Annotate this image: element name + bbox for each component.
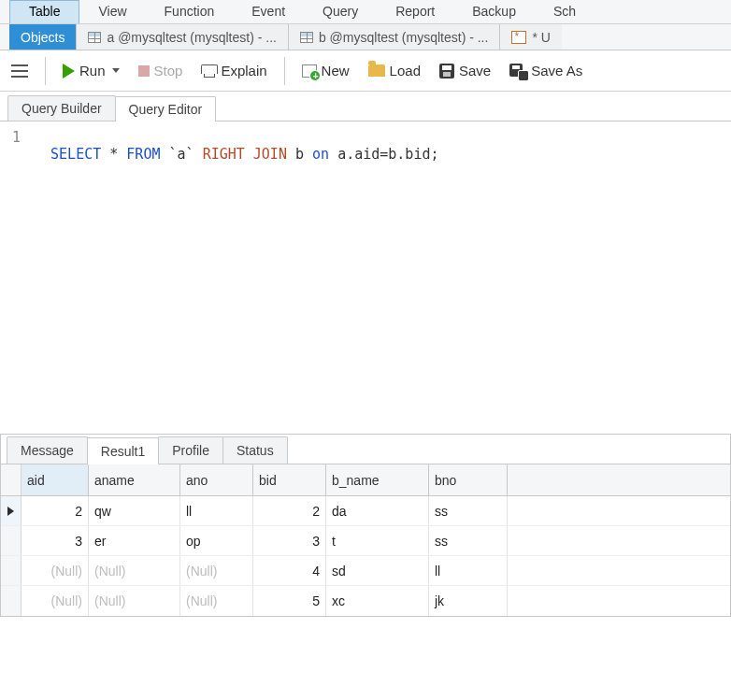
token-table-a: `a` [169,146,194,163]
cell-ano[interactable]: (Null) [180,586,253,616]
tab-profile[interactable]: Profile [158,436,223,464]
tab-query-editor[interactable]: Query Editor [115,96,217,121]
save-button[interactable]: Save [434,59,496,82]
cell-bno[interactable]: ss [429,496,508,525]
play-icon [63,64,75,79]
cell-aname[interactable]: (Null) [89,556,180,585]
token-condition: a.aid=b.bid; [337,146,438,163]
table-row[interactable]: (Null)(Null)(Null)5xcjk [1,586,730,616]
table-row[interactable]: (Null)(Null)(Null)4sdll [1,556,730,586]
tab-result1[interactable]: Result1 [87,437,159,464]
row-gutter [1,464,22,495]
table-icon [88,32,101,43]
cell-aname[interactable]: (Null) [89,586,180,616]
menu-item-view[interactable]: View [79,0,145,23]
cell-ano[interactable]: ll [180,496,253,525]
cell-bno[interactable]: ll [429,556,508,585]
new-button[interactable]: New [296,59,355,82]
column-header-aid[interactable]: aid [22,464,89,495]
result-grid[interactable]: aid aname ano bid b_name bno 2qwll2dass3… [0,464,731,617]
table-row[interactable]: 3erop3tss [1,526,730,556]
column-header-ano[interactable]: ano [180,464,253,495]
cell-b_name[interactable]: sd [326,556,429,585]
menu-item-schedule[interactable]: Sch [535,0,595,23]
chevron-down-icon[interactable] [112,68,120,73]
cell-aid[interactable]: 3 [22,526,89,555]
grid-header-row: aid aname ano bid b_name bno [1,464,730,496]
cell-aname[interactable]: qw [89,496,180,525]
cell-bid[interactable]: 2 [253,496,326,525]
cell-aname[interactable]: er [89,526,180,555]
save-as-icon [509,64,526,79]
token-star: * [109,146,118,163]
run-label: Run [79,63,106,79]
menu-item-function[interactable]: Function [146,0,234,23]
tab-table-b[interactable]: b @mysqltest (mysqltest) - ... [289,24,500,50]
object-tab-bar: Objects a @mysqltest (mysqltest) - ... b… [0,24,731,50]
cell-bno[interactable]: jk [429,586,508,616]
cell-ano[interactable]: (Null) [180,556,253,585]
column-header-bname[interactable]: b_name [326,464,429,495]
cell-aid[interactable]: 2 [22,496,89,525]
column-header-bid[interactable]: bid [253,464,326,495]
load-button[interactable]: Load [363,59,426,82]
cell-b_name[interactable]: xc [326,586,429,616]
run-button[interactable]: Run [57,59,125,82]
tab-table-a[interactable]: a @mysqltest (mysqltest) - ... [77,24,288,50]
menu-item-report[interactable]: Report [377,0,453,23]
tab-objects-label: Objects [21,30,64,45]
token-on: on [312,146,329,163]
menu-item-query[interactable]: Query [304,0,377,23]
cell-bid[interactable]: 3 [253,526,326,555]
line-number: 1 [0,129,28,146]
cell-bid[interactable]: 5 [253,586,326,616]
sql-editor[interactable]: 1SELECT * FROM `a` RIGHT JOIN b on a.aid… [0,121,731,430]
tab-query-builder[interactable]: Query Builder [7,95,116,121]
cell-ano[interactable]: op [180,526,253,555]
tab-table-b-label: b @mysqltest (mysqltest) - ... [319,30,488,45]
cell-bno[interactable]: ss [429,526,508,555]
load-label: Load [390,63,421,79]
row-gutter[interactable] [1,586,22,616]
folder-icon [368,64,385,77]
tab-objects[interactable]: Objects [9,24,77,50]
menu-item-table[interactable]: Table [9,0,79,23]
tab-table-a-label: a @mysqltest (mysqltest) - ... [107,30,276,45]
stop-button[interactable]: Stop [133,59,189,82]
cell-b_name[interactable]: t [326,526,429,555]
cell-aid[interactable]: (Null) [22,586,89,616]
table-row[interactable]: 2qwll2dass [1,496,730,526]
table-icon [300,32,313,43]
cell-b_name[interactable]: da [326,496,429,525]
cell-aid[interactable]: (Null) [22,556,89,585]
column-header-bno[interactable]: bno [429,464,508,495]
row-gutter[interactable] [1,496,22,525]
menu-item-event[interactable]: Event [233,0,304,23]
menu-item-backup[interactable]: Backup [453,0,535,23]
tab-unsaved[interactable]: * U [500,24,561,50]
explain-label: Explain [221,63,266,79]
column-header-aname[interactable]: aname [89,464,180,495]
stop-icon [138,65,150,77]
tab-unsaved-label: * U [532,30,550,45]
tab-message[interactable]: Message [7,436,88,464]
tab-status[interactable]: Status [222,436,288,464]
current-row-icon [7,507,14,516]
query-sub-tabs: Query Builder Query Editor [0,92,731,121]
new-label: New [322,63,350,79]
stop-label: Stop [154,63,183,79]
explain-icon [201,64,216,78]
menu-hamburger-button[interactable] [6,61,34,81]
token-join: JOIN [253,146,287,163]
save-label: Save [459,63,491,79]
new-icon [302,64,317,78]
explain-button[interactable]: Explain [195,59,272,82]
save-as-button[interactable]: Save As [504,59,588,82]
token-select: SELECT [50,146,101,163]
token-table-b: b [295,146,304,163]
cell-bid[interactable]: 4 [253,556,326,585]
result-tabs: Message Result1 Profile Status [0,434,731,464]
row-gutter[interactable] [1,556,22,585]
main-menu-bar: Table View Function Event Query Report B… [0,0,731,24]
row-gutter[interactable] [1,526,22,555]
